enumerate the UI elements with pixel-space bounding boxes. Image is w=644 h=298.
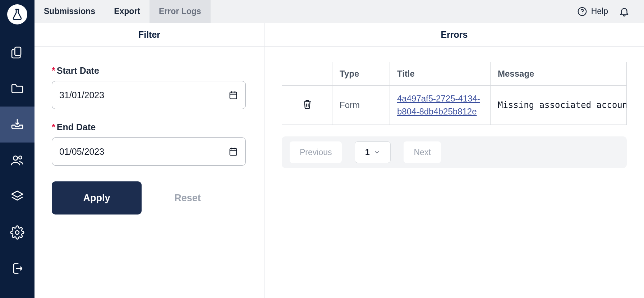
- start-date-value: 31/01/2023: [59, 90, 104, 100]
- chevron-down-icon: [373, 149, 381, 156]
- inbox-download-icon: [10, 117, 24, 132]
- topbar: Submissions Export Error Logs Help: [34, 0, 644, 23]
- column-header-type: Type: [332, 62, 390, 86]
- users-icon: [10, 153, 24, 168]
- apply-button[interactable]: Apply: [52, 181, 142, 215]
- previous-button[interactable]: Previous: [290, 141, 342, 163]
- logout-icon: [10, 261, 24, 276]
- errors-header: Errors: [264, 23, 644, 47]
- nav-item-clipboard[interactable]: [0, 35, 34, 71]
- app-logo: [7, 4, 27, 24]
- filter-header: Filter: [34, 23, 264, 47]
- notifications-button[interactable]: [619, 6, 630, 17]
- bell-icon: [619, 6, 630, 17]
- end-date-label: *End Date: [52, 122, 247, 132]
- nav-item-inbox[interactable]: [0, 107, 34, 143]
- svg-point-3: [19, 156, 22, 159]
- nav-item-settings[interactable]: [0, 215, 34, 250]
- layers-icon: [10, 189, 24, 204]
- svg-point-5: [15, 231, 19, 234]
- cell-type: Form: [332, 86, 390, 125]
- calendar-icon: [228, 146, 238, 157]
- folder-icon: [10, 81, 24, 96]
- end-date-value: 01/05/2023: [59, 146, 104, 157]
- clipboard-icon: [10, 45, 24, 60]
- nav-item-users[interactable]: [0, 143, 34, 179]
- tab-error-logs[interactable]: Error Logs: [150, 0, 211, 23]
- pagination: Previous 1 Next: [282, 136, 627, 168]
- trash-icon: [302, 99, 313, 109]
- current-page: 1: [365, 148, 370, 157]
- svg-rect-1: [15, 47, 21, 55]
- column-header-title: Title: [390, 62, 491, 86]
- flask-icon: [11, 8, 23, 21]
- cell-message: Missing associated account id: [491, 86, 627, 125]
- errors-table: Type Title Message: [282, 62, 627, 125]
- nav-item-folder[interactable]: [0, 71, 34, 107]
- page-select[interactable]: 1: [355, 141, 391, 163]
- tab-submissions[interactable]: Submissions: [34, 0, 105, 23]
- table-row: Form 4a497af5-2725-4134-b804-8db4b25b812…: [282, 86, 627, 125]
- help-button[interactable]: Help: [577, 6, 608, 17]
- svg-point-2: [13, 156, 18, 161]
- delete-row-button[interactable]: [302, 99, 313, 109]
- svg-marker-4: [12, 191, 23, 197]
- help-label: Help: [591, 6, 608, 16]
- column-header-actions: [282, 62, 332, 86]
- error-title-link[interactable]: 4a497af5-2725-4134-b804-8db4b25b812e: [397, 94, 480, 116]
- start-date-input[interactable]: 31/01/2023: [52, 81, 246, 109]
- end-date-input[interactable]: 01/05/2023: [52, 137, 246, 166]
- reset-button[interactable]: Reset: [152, 181, 224, 215]
- calendar-icon: [228, 90, 238, 100]
- svg-point-7: [582, 13, 583, 14]
- tab-export[interactable]: Export: [105, 0, 150, 23]
- svg-rect-12: [230, 149, 237, 155]
- help-icon: [577, 6, 588, 17]
- start-date-label: *Start Date: [52, 66, 247, 76]
- sidebar: [0, 0, 34, 298]
- svg-rect-8: [230, 92, 237, 99]
- nav-item-logout[interactable]: [0, 250, 34, 286]
- gear-icon: [10, 225, 24, 240]
- nav-item-layers[interactable]: [0, 179, 34, 215]
- next-button[interactable]: Next: [404, 141, 441, 163]
- column-header-message: Message: [491, 62, 627, 86]
